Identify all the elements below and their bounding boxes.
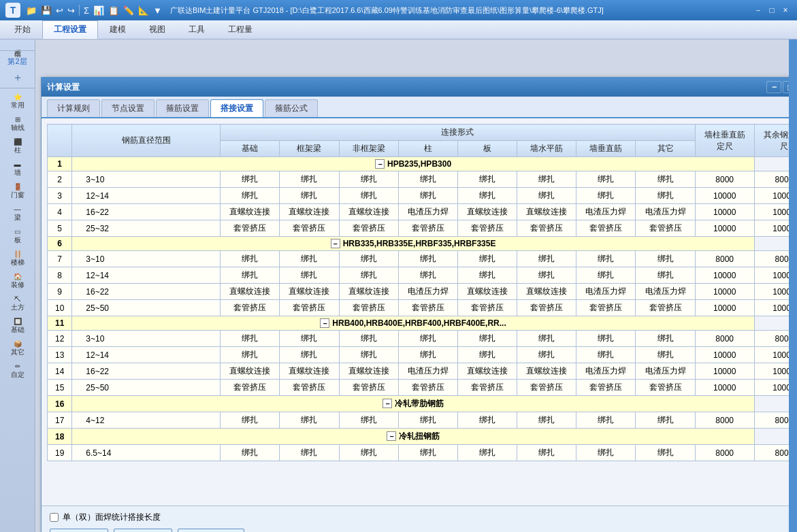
sidebar-item-axis[interactable]: ⊞轴线 [11,114,25,135]
tab-connection-settings[interactable]: 搭接设置 [210,99,263,117]
connection-value[interactable]: 绑扎 [221,445,280,461]
connection-value[interactable]: 套管挤压 [457,220,517,237]
connection-value[interactable]: 套管挤压 [339,380,398,396]
connection-value[interactable]: 绑扎 [339,347,398,363]
connection-value[interactable]: 绑扎 [398,331,457,347]
connection-value[interactable]: 绑扎 [280,267,339,284]
import-rules-button[interactable]: 导入规则 [50,529,108,532]
connection-value[interactable]: 套管挤压 [636,380,695,396]
connection-value[interactable]: 电渣压力焊 [636,204,695,220]
connection-value[interactable]: 电渣压力焊 [398,204,457,220]
connection-value[interactable]: 直螺纹连接 [517,363,576,380]
connection-value[interactable]: 套管挤压 [398,300,457,316]
connection-value[interactable]: 套管挤压 [280,300,339,316]
connection-value[interactable]: 直螺纹连接 [280,204,339,220]
connection-value[interactable]: 绑扎 [457,188,517,204]
connection-value[interactable]: 套管挤压 [280,220,339,237]
connection-value[interactable]: 直螺纹连接 [221,204,280,220]
connection-value[interactable]: 套管挤压 [339,300,398,316]
menu-tab-start[interactable]: 开始 [3,20,42,39]
connection-value[interactable]: 绑扎 [398,251,457,267]
connection-value[interactable]: 绑扎 [457,171,517,188]
connection-value[interactable]: 直螺纹连接 [339,363,398,380]
connection-value[interactable]: 绑扎 [636,412,695,429]
menu-tab-project-settings[interactable]: 工程设置 [42,20,98,39]
connection-value[interactable]: 绑扎 [221,331,280,347]
connection-value[interactable]: 绑扎 [457,267,517,284]
sidebar-item-earthwork[interactable]: ⛏土方 [11,293,25,314]
connection-value[interactable]: 套管挤压 [398,380,457,396]
layer-label[interactable]: 第2层 [7,54,27,69]
connection-value[interactable]: 绑扎 [398,188,457,204]
maximize-button[interactable]: □ [766,4,778,16]
connection-value[interactable]: 绑扎 [457,331,517,347]
connection-value[interactable]: 直螺纹连接 [339,284,398,300]
connection-value[interactable]: 电渣压力焊 [636,284,695,300]
anchor-value-1[interactable]: 10000 [695,284,754,300]
connection-value[interactable]: 绑扎 [221,251,280,267]
connection-value[interactable]: 套管挤压 [339,220,398,237]
dialog-minimize-button[interactable]: － [766,81,781,93]
anchor-value-1[interactable]: 10000 [695,347,754,363]
connection-value[interactable]: 绑扎 [636,445,695,461]
connection-value[interactable]: 绑扎 [517,251,576,267]
connection-value[interactable]: 绑扎 [339,171,398,188]
connection-value[interactable]: 直螺纹连接 [221,284,280,300]
connection-value[interactable]: 绑扎 [517,188,576,204]
export-rules-button[interactable]: 导出规则 [114,529,172,532]
anchor-value-1[interactable]: 8000 [695,445,754,461]
connection-value[interactable]: 绑扎 [280,347,339,363]
anchor-value-1[interactable]: 8000 [695,331,754,347]
sidebar-item-common[interactable]: ⭐常用 [11,91,25,112]
connection-value[interactable]: 绑扎 [576,171,636,188]
connection-value[interactable]: 绑扎 [221,267,280,284]
sidebar-item-custom[interactable]: ✏自定 [11,361,25,382]
connection-value[interactable]: 套管挤压 [576,380,636,396]
connection-value[interactable]: 套管挤压 [398,220,457,237]
connection-value[interactable]: 绑扎 [636,171,695,188]
expand-button[interactable]: － [375,159,385,169]
connection-value[interactable]: 绑扎 [280,412,339,429]
expand-button[interactable]: － [387,431,396,441]
connection-value[interactable]: 直螺纹连接 [339,204,398,220]
connection-value[interactable]: 套管挤压 [517,300,576,316]
connection-value[interactable]: 绑扎 [636,267,695,284]
expand-button[interactable]: － [320,318,329,328]
connection-value[interactable]: 绑扎 [576,251,636,267]
connection-value[interactable]: 套管挤压 [636,300,695,316]
connection-value[interactable]: 直螺纹连接 [221,363,280,380]
connection-value[interactable]: 绑扎 [517,347,576,363]
sidebar-item-stairs[interactable]: 🪜楼梯 [11,248,25,269]
connection-value[interactable]: 绑扎 [398,412,457,429]
anchor-value-1[interactable]: 10000 [695,267,754,284]
connection-value[interactable]: 套管挤压 [221,300,280,316]
connection-value[interactable]: 套管挤压 [221,220,280,237]
anchor-value-1[interactable]: 8000 [695,171,754,188]
connection-value[interactable]: 套管挤压 [517,380,576,396]
connection-value[interactable]: 绑扎 [636,347,695,363]
connection-value[interactable]: 套管挤压 [457,380,517,396]
connection-value[interactable]: 套管挤压 [517,220,576,237]
tab-stirrup-formula[interactable]: 箍筋公式 [265,99,318,117]
connection-value[interactable]: 绑扎 [517,171,576,188]
connection-value[interactable]: 绑扎 [280,251,339,267]
connection-value[interactable]: 绑扎 [457,412,517,429]
connection-value[interactable]: 绑扎 [398,267,457,284]
connection-value[interactable]: 套管挤压 [576,300,636,316]
connection-value[interactable]: 绑扎 [576,331,636,347]
anchor-value-1[interactable]: 10000 [695,204,754,220]
connection-value[interactable]: 绑扎 [457,347,517,363]
connection-value[interactable]: 绑扎 [576,445,636,461]
anchor-value-1[interactable]: 10000 [695,220,754,237]
connection-value[interactable]: 绑扎 [517,331,576,347]
connection-value[interactable]: 套管挤压 [280,380,339,396]
connection-value[interactable]: 绑扎 [576,347,636,363]
connection-value[interactable]: 绑扎 [280,188,339,204]
connection-value[interactable]: 绑扎 [221,347,280,363]
connection-value[interactable]: 套管挤压 [221,380,280,396]
connection-value[interactable]: 电渣压力焊 [576,204,636,220]
sidebar-item-door-window[interactable]: 🚪门窗 [11,181,25,202]
connection-value[interactable]: 绑扎 [339,445,398,461]
weld-checkbox[interactable] [50,513,59,522]
menu-tab-view[interactable]: 视图 [137,20,177,39]
